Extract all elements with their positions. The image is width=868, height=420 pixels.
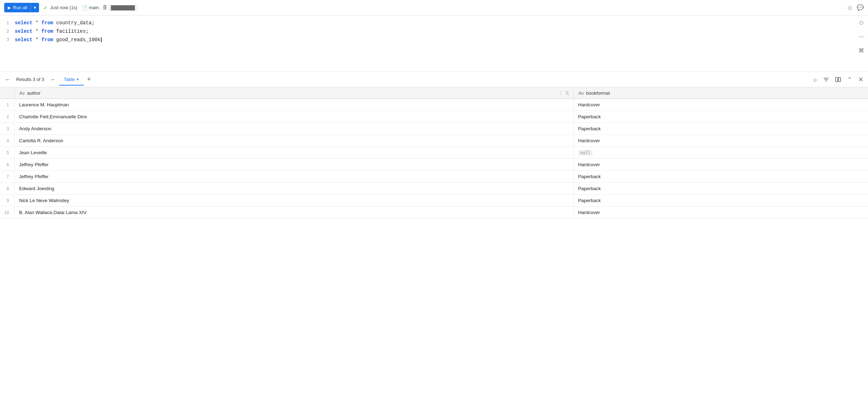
run-all-dropdown[interactable]: ▾: [31, 3, 39, 12]
document-icon: 📄: [82, 5, 88, 11]
chat-icon[interactable]: 💬: [857, 4, 864, 11]
operator: *: [36, 37, 38, 43]
search-results-button[interactable]: ⌕: [812, 75, 819, 84]
row-number: 4: [0, 135, 15, 147]
db-area: 📄 main . 🗄 ████████: [82, 5, 137, 11]
table-tab-label: Table: [64, 77, 75, 82]
table-name: facilities: [56, 29, 86, 34]
tabs-right-icons: ⌕ ⌃ ✕: [812, 74, 865, 85]
author-menu-icon[interactable]: ⋮: [558, 90, 563, 96]
code-editor[interactable]: 1select * from country_data;2select * fr…: [0, 19, 868, 44]
svg-rect-1: [838, 77, 841, 82]
keyword: select: [15, 37, 32, 43]
table-name: good_reads_100k: [56, 37, 101, 43]
bookformat-cell: Hardcover: [574, 159, 868, 171]
table-name: country_data: [56, 20, 92, 26]
svg-rect-0: [836, 77, 838, 82]
check-icon: ✓: [43, 5, 48, 11]
bookformat-cell: Paperback: [574, 111, 868, 123]
bookformat-type-icon: Ac: [578, 90, 584, 96]
results-table: Ac author ⋮ ⇅ Ac bookformat 1: [0, 87, 868, 219]
table-row: 4Carlotta R. AndersonHardcover: [0, 135, 868, 147]
status-label: Just now (1s): [50, 5, 77, 10]
toolbar-right: ◇ 💬: [848, 4, 864, 11]
collapse-button[interactable]: ⌃: [845, 75, 854, 84]
database-icon: 🗄: [103, 5, 107, 10]
editor-right-icons: ◇ — ⌘: [858, 19, 864, 54]
db-prefix: main .: [89, 5, 101, 10]
bookformat-cell: Paperback: [574, 123, 868, 135]
table-row: 6Jeffrey PfefferHardcover: [0, 159, 868, 171]
keyword: select: [15, 29, 32, 34]
right-command-icon[interactable]: ⌘: [859, 47, 864, 54]
bookformat-cell: Paperback: [574, 195, 868, 207]
right-sparkle-icon[interactable]: ◇: [859, 19, 863, 26]
results-tabs-bar: ← Results 3 of 3 → Table ▾ + ⌕ ⌃ ✕: [0, 72, 868, 87]
code-content-1: select * from country_data;: [15, 19, 95, 27]
table-row: 10B. Alan Wallace,Dalai Lama XIVHardcove…: [0, 207, 868, 219]
bookformat-cell: Paperback: [574, 171, 868, 183]
table-row: 5Jean Leveillenull: [0, 147, 868, 159]
author-type-icon: Ac: [19, 90, 25, 96]
row-number: 1: [0, 99, 15, 111]
row-number: 5: [0, 147, 15, 159]
add-tab-button[interactable]: +: [85, 76, 93, 83]
keyword: select: [15, 20, 32, 26]
status-area: ✓ Just now (1s): [43, 5, 77, 11]
sparkle-icon[interactable]: ◇: [848, 4, 852, 11]
code-line-1: 1select * from country_data;: [4, 19, 864, 27]
prev-result-button[interactable]: ←: [3, 75, 13, 84]
author-col-label: author: [27, 90, 40, 96]
next-result-button[interactable]: →: [48, 75, 58, 84]
author-column-header: Ac author ⋮ ⇅: [15, 87, 574, 99]
author-cell: Jeffrey Pfeffer: [15, 159, 574, 171]
bookformat-cell: Paperback: [574, 183, 868, 195]
code-line-3: 3select * from good_reads_100k: [4, 36, 864, 44]
code-line-2: 2select * from facilities;: [4, 27, 864, 36]
filter-results-button[interactable]: [822, 75, 831, 84]
results-panel: ← Results 3 of 3 → Table ▾ + ⌕ ⌃ ✕: [0, 72, 868, 420]
table-tab[interactable]: Table ▾: [59, 74, 84, 86]
play-icon: ▶: [8, 5, 11, 10]
columns-button[interactable]: [834, 75, 843, 84]
keyword: from: [42, 37, 53, 43]
right-divider-line: —: [858, 33, 864, 40]
row-number: 9: [0, 195, 15, 207]
code-content-3: select * from good_reads_100k: [15, 36, 102, 44]
row-number: 10: [0, 207, 15, 219]
author-cell: Laurence M. Hauptman: [15, 99, 574, 111]
author-cell: Jeffrey Pfeffer: [15, 171, 574, 183]
run-all-label: Run all: [13, 5, 27, 10]
table-row: 3Andy AndersonPaperback: [0, 123, 868, 135]
close-results-button[interactable]: ✕: [856, 74, 865, 85]
chevron-down-icon: ▾: [34, 5, 36, 10]
null-badge: null: [578, 150, 593, 156]
author-cell: Charlotte Fiell,Emmanuelle Dirix: [15, 111, 574, 123]
bookformat-column-header: Ac bookformat: [574, 87, 868, 99]
keyword: from: [42, 29, 53, 34]
row-num-header: [0, 87, 15, 99]
operator: *: [36, 20, 38, 26]
editor-area: 1select * from country_data;2select * fr…: [0, 15, 868, 72]
author-cell: B. Alan Wallace,Dalai Lama XIV: [15, 207, 574, 219]
semicolon: ;: [86, 29, 89, 34]
row-number: 7: [0, 171, 15, 183]
toolbar: ▶ Run all ▾ ✓ Just now (1s) 📄 main . 🗄 █…: [0, 0, 868, 15]
run-all-main: ▶ Run all: [4, 3, 31, 12]
author-cell: Edward Joesting: [15, 183, 574, 195]
author-cell: Jean Leveille: [15, 147, 574, 159]
table-row: 2Charlotte Fiell,Emmanuelle DirixPaperba…: [0, 111, 868, 123]
run-all-button[interactable]: ▶ Run all ▾: [4, 3, 39, 12]
table-row: 1Laurence M. HauptmanHardcover: [0, 99, 868, 111]
line-number-1: 1: [4, 19, 15, 27]
results-label: Results 3 of 3: [14, 77, 46, 82]
table-tab-dropdown[interactable]: ▾: [77, 77, 79, 82]
table-header-row: Ac author ⋮ ⇅ Ac bookformat: [0, 87, 868, 99]
author-sort-icon[interactable]: ⇅: [565, 90, 569, 96]
table-row: 8Edward JoestingPaperback: [0, 183, 868, 195]
results-table-container[interactable]: Ac author ⋮ ⇅ Ac bookformat 1: [0, 87, 868, 420]
bookformat-cell: Hardcover: [574, 99, 868, 111]
row-number: 8: [0, 183, 15, 195]
db-name: ████████: [109, 5, 137, 11]
line-number-3: 3: [4, 36, 15, 44]
